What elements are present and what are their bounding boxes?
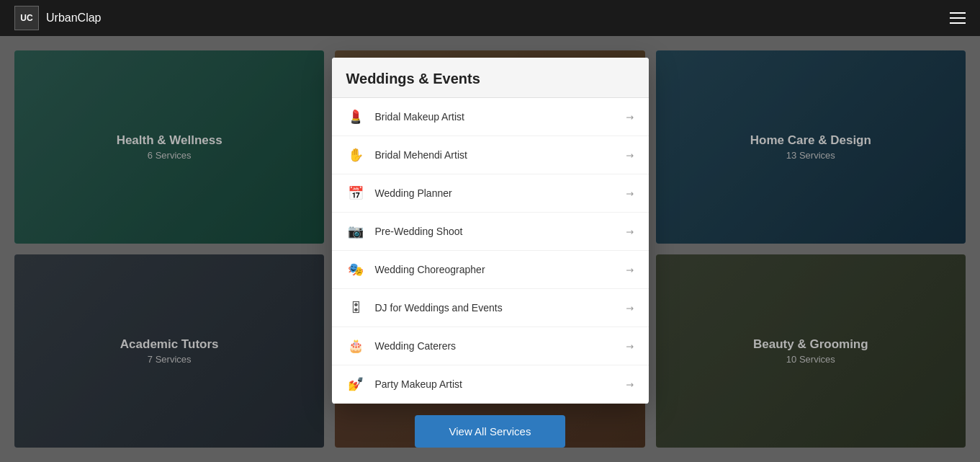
service-icon-party-makeup: 💅: [346, 375, 365, 394]
brand-name: UrbanClap: [46, 12, 101, 25]
service-item-left: 💄 Bridal Makeup Artist: [346, 107, 465, 126]
service-icon-wedding-planner: 📅: [346, 184, 365, 203]
service-name-bridal-makeup: Bridal Makeup Artist: [375, 111, 465, 123]
service-icon-wedding-caterers: 🎂: [346, 337, 365, 355]
view-all-services-button[interactable]: View All Services: [415, 415, 566, 448]
logo-box: UC: [14, 6, 39, 30]
arrow-icon-pre-wedding-shoot: ↗: [624, 225, 637, 238]
arrow-icon-dj-weddings: ↗: [624, 301, 637, 314]
arrow-icon-wedding-caterers: ↗: [624, 339, 637, 352]
service-icon-wedding-choreographer: 🎭: [346, 260, 365, 279]
modal-header: Weddings & Events: [332, 58, 649, 98]
service-name-wedding-planner: Wedding Planner: [375, 187, 452, 199]
service-item-wedding-caterers[interactable]: 🎂 Wedding Caterers ↗: [332, 327, 649, 365]
service-name-wedding-caterers: Wedding Caterers: [375, 340, 457, 352]
arrow-icon-wedding-planner: ↗: [624, 187, 637, 200]
service-item-pre-wedding-shoot[interactable]: 📷 Pre-Wedding Shoot ↗: [332, 213, 649, 251]
service-item-party-makeup[interactable]: 💅 Party Makeup Artist ↗: [332, 365, 649, 404]
weddings-modal: Weddings & Events 💄 Bridal Makeup Artist…: [332, 58, 649, 404]
service-name-pre-wedding-shoot: Pre-Wedding Shoot: [375, 226, 463, 237]
navbar: UC UrbanClap: [0, 0, 980, 36]
service-item-left: 🎂 Wedding Caterers: [346, 337, 457, 355]
service-item-dj-weddings[interactable]: 🎛 DJ for Weddings and Events ↗: [332, 289, 649, 327]
arrow-icon-party-makeup: ↗: [624, 378, 637, 391]
modal-overlay[interactable]: Weddings & Events 💄 Bridal Makeup Artist…: [0, 0, 980, 462]
arrow-icon-bridal-makeup: ↗: [624, 110, 637, 123]
service-name-party-makeup: Party Makeup Artist: [375, 378, 462, 390]
service-item-left: 📷 Pre-Wedding Shoot: [346, 222, 463, 241]
service-item-left: 📅 Wedding Planner: [346, 184, 452, 203]
service-name-dj-weddings: DJ for Weddings and Events: [375, 302, 503, 314]
service-item-left: ✋ Bridal Mehendi Artist: [346, 146, 467, 164]
service-item-left: 🎛 DJ for Weddings and Events: [346, 298, 503, 317]
service-icon-pre-wedding-shoot: 📷: [346, 222, 365, 241]
modal-title: Weddings & Events: [346, 71, 634, 87]
service-icon-dj-weddings: 🎛: [346, 298, 365, 317]
hamburger-menu[interactable]: [950, 12, 966, 24]
arrow-icon-wedding-choreographer: ↗: [624, 263, 637, 276]
service-name-wedding-choreographer: Wedding Choreographer: [375, 264, 485, 275]
service-name-bridal-mehendi: Bridal Mehendi Artist: [375, 149, 467, 161]
service-item-left: 🎭 Wedding Choreographer: [346, 260, 485, 279]
logo-text: UC: [20, 13, 32, 23]
service-icon-bridal-mehendi: ✋: [346, 146, 365, 164]
modal-body: 💄 Bridal Makeup Artist ↗ ✋ Bridal Mehend…: [332, 98, 649, 404]
service-item-left: 💅 Party Makeup Artist: [346, 375, 462, 394]
service-item-bridal-mehendi[interactable]: ✋ Bridal Mehendi Artist ↗: [332, 136, 649, 174]
arrow-icon-bridal-mehendi: ↗: [624, 148, 637, 161]
service-item-bridal-makeup[interactable]: 💄 Bridal Makeup Artist ↗: [332, 98, 649, 136]
navbar-logo: UC UrbanClap: [14, 6, 101, 30]
service-item-wedding-choreographer[interactable]: 🎭 Wedding Choreographer ↗: [332, 251, 649, 289]
service-icon-bridal-makeup: 💄: [346, 107, 365, 126]
service-item-wedding-planner[interactable]: 📅 Wedding Planner ↗: [332, 174, 649, 213]
